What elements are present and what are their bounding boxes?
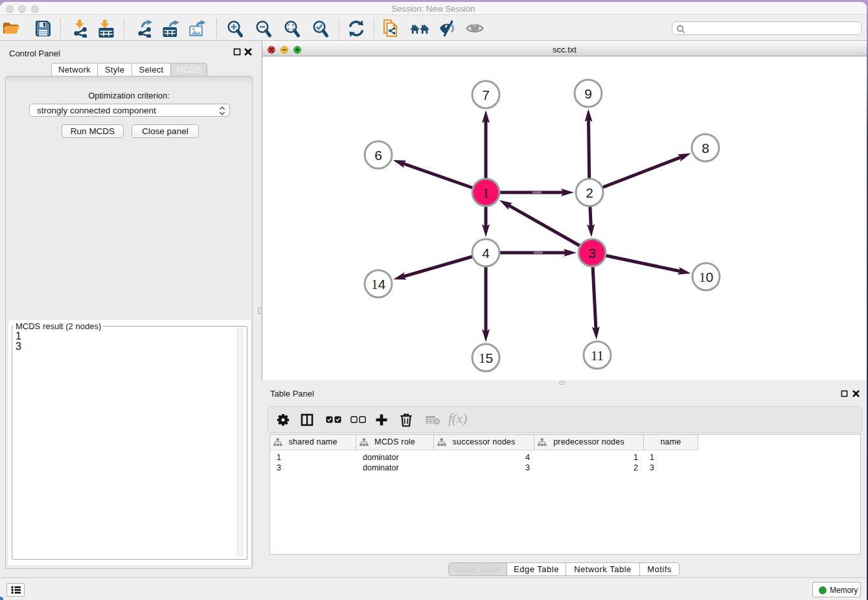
svg-text:1: 1 (483, 185, 490, 201)
svg-text:2: 2 (586, 185, 593, 200)
svg-text:8: 8 (702, 141, 709, 156)
svg-text:11: 11 (591, 348, 604, 363)
svg-text:6: 6 (374, 148, 382, 163)
svg-text:4: 4 (482, 246, 490, 260)
svg-text:15: 15 (479, 351, 493, 366)
svg-text:3: 3 (588, 246, 596, 260)
svg-text:14: 14 (371, 277, 386, 292)
svg-text:9: 9 (584, 86, 592, 101)
svg-text:10: 10 (699, 270, 713, 285)
svg-text:7: 7 (482, 87, 490, 102)
